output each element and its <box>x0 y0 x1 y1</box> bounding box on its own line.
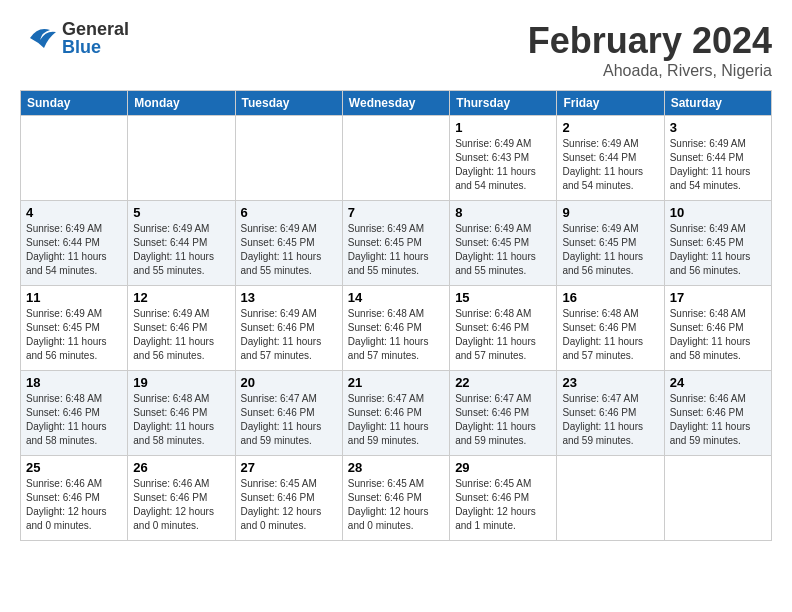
day-info: Sunrise: 6:46 AMSunset: 6:46 PMDaylight:… <box>670 392 766 448</box>
day-number: 18 <box>26 375 122 390</box>
day-number: 3 <box>670 120 766 135</box>
day-info: Sunrise: 6:49 AMSunset: 6:45 PMDaylight:… <box>348 222 444 278</box>
logo-text: General Blue <box>62 20 129 56</box>
day-number: 2 <box>562 120 658 135</box>
day-info: Sunrise: 6:49 AMSunset: 6:45 PMDaylight:… <box>670 222 766 278</box>
col-header-saturday: Saturday <box>664 91 771 116</box>
calendar-cell: 23Sunrise: 6:47 AMSunset: 6:46 PMDayligh… <box>557 371 664 456</box>
day-number: 20 <box>241 375 337 390</box>
day-number: 28 <box>348 460 444 475</box>
calendar-cell: 7Sunrise: 6:49 AMSunset: 6:45 PMDaylight… <box>342 201 449 286</box>
day-info: Sunrise: 6:46 AMSunset: 6:46 PMDaylight:… <box>26 477 122 533</box>
day-info: Sunrise: 6:45 AMSunset: 6:46 PMDaylight:… <box>348 477 444 533</box>
calendar-cell: 14Sunrise: 6:48 AMSunset: 6:46 PMDayligh… <box>342 286 449 371</box>
calendar-cell: 19Sunrise: 6:48 AMSunset: 6:46 PMDayligh… <box>128 371 235 456</box>
col-header-wednesday: Wednesday <box>342 91 449 116</box>
col-header-friday: Friday <box>557 91 664 116</box>
day-info: Sunrise: 6:49 AMSunset: 6:46 PMDaylight:… <box>241 307 337 363</box>
calendar-cell: 15Sunrise: 6:48 AMSunset: 6:46 PMDayligh… <box>450 286 557 371</box>
day-info: Sunrise: 6:47 AMSunset: 6:46 PMDaylight:… <box>455 392 551 448</box>
calendar-cell: 2Sunrise: 6:49 AMSunset: 6:44 PMDaylight… <box>557 116 664 201</box>
calendar-cell: 1Sunrise: 6:49 AMSunset: 6:43 PMDaylight… <box>450 116 557 201</box>
calendar-week-row: 4Sunrise: 6:49 AMSunset: 6:44 PMDaylight… <box>21 201 772 286</box>
calendar-cell: 4Sunrise: 6:49 AMSunset: 6:44 PMDaylight… <box>21 201 128 286</box>
calendar-cell <box>128 116 235 201</box>
calendar-cell: 9Sunrise: 6:49 AMSunset: 6:45 PMDaylight… <box>557 201 664 286</box>
day-number: 6 <box>241 205 337 220</box>
day-number: 29 <box>455 460 551 475</box>
calendar-week-row: 25Sunrise: 6:46 AMSunset: 6:46 PMDayligh… <box>21 456 772 541</box>
day-number: 4 <box>26 205 122 220</box>
calendar-cell: 20Sunrise: 6:47 AMSunset: 6:46 PMDayligh… <box>235 371 342 456</box>
day-info: Sunrise: 6:48 AMSunset: 6:46 PMDaylight:… <box>562 307 658 363</box>
day-number: 25 <box>26 460 122 475</box>
day-number: 13 <box>241 290 337 305</box>
calendar-cell: 21Sunrise: 6:47 AMSunset: 6:46 PMDayligh… <box>342 371 449 456</box>
calendar-cell: 3Sunrise: 6:49 AMSunset: 6:44 PMDaylight… <box>664 116 771 201</box>
day-info: Sunrise: 6:49 AMSunset: 6:46 PMDaylight:… <box>133 307 229 363</box>
day-number: 14 <box>348 290 444 305</box>
calendar-cell: 22Sunrise: 6:47 AMSunset: 6:46 PMDayligh… <box>450 371 557 456</box>
day-info: Sunrise: 6:49 AMSunset: 6:45 PMDaylight:… <box>562 222 658 278</box>
calendar-cell: 25Sunrise: 6:46 AMSunset: 6:46 PMDayligh… <box>21 456 128 541</box>
logo-blue: Blue <box>62 38 129 56</box>
calendar-cell <box>21 116 128 201</box>
calendar-cell: 27Sunrise: 6:45 AMSunset: 6:46 PMDayligh… <box>235 456 342 541</box>
logo-general: General <box>62 20 129 38</box>
col-header-thursday: Thursday <box>450 91 557 116</box>
day-info: Sunrise: 6:48 AMSunset: 6:46 PMDaylight:… <box>670 307 766 363</box>
day-info: Sunrise: 6:46 AMSunset: 6:46 PMDaylight:… <box>133 477 229 533</box>
calendar-cell: 18Sunrise: 6:48 AMSunset: 6:46 PMDayligh… <box>21 371 128 456</box>
calendar-cell <box>557 456 664 541</box>
col-header-sunday: Sunday <box>21 91 128 116</box>
calendar-cell: 8Sunrise: 6:49 AMSunset: 6:45 PMDaylight… <box>450 201 557 286</box>
month-title: February 2024 <box>528 20 772 62</box>
day-info: Sunrise: 6:49 AMSunset: 6:44 PMDaylight:… <box>133 222 229 278</box>
day-info: Sunrise: 6:47 AMSunset: 6:46 PMDaylight:… <box>348 392 444 448</box>
day-number: 12 <box>133 290 229 305</box>
day-info: Sunrise: 6:47 AMSunset: 6:46 PMDaylight:… <box>562 392 658 448</box>
day-info: Sunrise: 6:49 AMSunset: 6:44 PMDaylight:… <box>26 222 122 278</box>
day-info: Sunrise: 6:49 AMSunset: 6:44 PMDaylight:… <box>562 137 658 193</box>
day-number: 24 <box>670 375 766 390</box>
day-number: 9 <box>562 205 658 220</box>
calendar-cell: 24Sunrise: 6:46 AMSunset: 6:46 PMDayligh… <box>664 371 771 456</box>
logo-bird-icon <box>20 22 58 54</box>
calendar-cell: 16Sunrise: 6:48 AMSunset: 6:46 PMDayligh… <box>557 286 664 371</box>
calendar-cell: 26Sunrise: 6:46 AMSunset: 6:46 PMDayligh… <box>128 456 235 541</box>
calendar-cell: 29Sunrise: 6:45 AMSunset: 6:46 PMDayligh… <box>450 456 557 541</box>
page-header: General Blue February 2024 Ahoada, River… <box>20 20 772 80</box>
calendar-week-row: 11Sunrise: 6:49 AMSunset: 6:45 PMDayligh… <box>21 286 772 371</box>
day-number: 10 <box>670 205 766 220</box>
title-block: February 2024 Ahoada, Rivers, Nigeria <box>528 20 772 80</box>
day-info: Sunrise: 6:48 AMSunset: 6:46 PMDaylight:… <box>455 307 551 363</box>
calendar-header-row: SundayMondayTuesdayWednesdayThursdayFrid… <box>21 91 772 116</box>
day-number: 11 <box>26 290 122 305</box>
day-info: Sunrise: 6:47 AMSunset: 6:46 PMDaylight:… <box>241 392 337 448</box>
calendar-cell: 6Sunrise: 6:49 AMSunset: 6:45 PMDaylight… <box>235 201 342 286</box>
day-info: Sunrise: 6:49 AMSunset: 6:45 PMDaylight:… <box>241 222 337 278</box>
day-number: 15 <box>455 290 551 305</box>
day-info: Sunrise: 6:49 AMSunset: 6:45 PMDaylight:… <box>455 222 551 278</box>
day-number: 22 <box>455 375 551 390</box>
day-number: 8 <box>455 205 551 220</box>
day-number: 26 <box>133 460 229 475</box>
day-number: 19 <box>133 375 229 390</box>
day-info: Sunrise: 6:45 AMSunset: 6:46 PMDaylight:… <box>455 477 551 533</box>
calendar-cell: 28Sunrise: 6:45 AMSunset: 6:46 PMDayligh… <box>342 456 449 541</box>
day-number: 23 <box>562 375 658 390</box>
day-info: Sunrise: 6:49 AMSunset: 6:43 PMDaylight:… <box>455 137 551 193</box>
calendar-cell <box>342 116 449 201</box>
day-number: 7 <box>348 205 444 220</box>
calendar-cell: 12Sunrise: 6:49 AMSunset: 6:46 PMDayligh… <box>128 286 235 371</box>
day-number: 16 <box>562 290 658 305</box>
day-info: Sunrise: 6:48 AMSunset: 6:46 PMDaylight:… <box>26 392 122 448</box>
calendar-cell: 10Sunrise: 6:49 AMSunset: 6:45 PMDayligh… <box>664 201 771 286</box>
day-info: Sunrise: 6:49 AMSunset: 6:44 PMDaylight:… <box>670 137 766 193</box>
day-info: Sunrise: 6:45 AMSunset: 6:46 PMDaylight:… <box>241 477 337 533</box>
location-title: Ahoada, Rivers, Nigeria <box>528 62 772 80</box>
day-number: 17 <box>670 290 766 305</box>
day-info: Sunrise: 6:49 AMSunset: 6:45 PMDaylight:… <box>26 307 122 363</box>
calendar-cell: 11Sunrise: 6:49 AMSunset: 6:45 PMDayligh… <box>21 286 128 371</box>
col-header-monday: Monday <box>128 91 235 116</box>
